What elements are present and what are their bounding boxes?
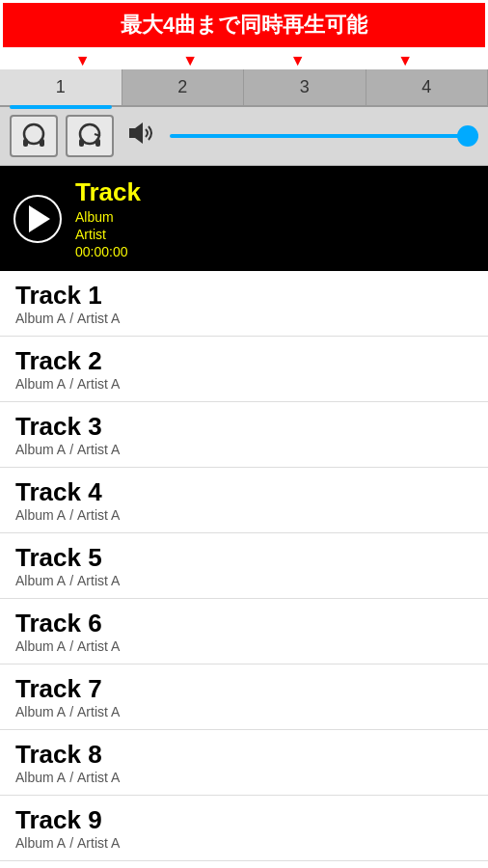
track-artist: Artist A [77,573,120,588]
svg-rect-5 [95,139,100,147]
track-sep: / [69,573,73,588]
track-meta: Album A / Artist A [15,770,473,785]
track-item-2[interactable]: Track 2 Album A / Artist A [0,337,488,402]
track-artist: Artist A [77,770,120,785]
banner-arrows: ▼ ▼ ▼ ▼ [0,52,488,69]
track-meta: Album A / Artist A [15,442,473,457]
track-artist: Artist A [77,442,120,457]
track-sep: / [69,638,73,654]
tab-3[interactable]: 3 [244,69,366,105]
track-name: Track 7 [15,674,473,704]
track-artist: Artist A [77,507,120,523]
headphone-right-icon [75,122,104,149]
track-sep: / [69,770,73,785]
track-meta: Album A / Artist A [15,507,473,523]
track-sep: / [69,442,73,457]
now-playing-info: Track Album Artist 00:00:00 [75,177,141,259]
track-name: Track 8 [15,740,473,770]
track-name: Track 9 [15,805,473,835]
volume-svg [125,120,156,147]
track-name: Track 5 [15,543,473,573]
track-meta: Album A / Artist A [15,376,473,392]
now-playing-album: Album [75,209,141,225]
arrow-3: ▼ [290,52,306,69]
headphone-left-btn[interactable] [10,115,58,157]
arrow-1: ▼ [75,52,91,69]
headphone-right-btn[interactable] [66,115,114,157]
now-playing-artist: Artist [75,227,141,242]
track-item-1[interactable]: Track 1 Album A / Artist A [0,271,488,337]
track-name: Track 4 [15,477,473,507]
track-item-3[interactable]: Track 3 Album A / Artist A [0,402,488,468]
arrow-4: ▼ [397,52,413,69]
now-playing-time: 00:00:00 [75,244,141,259]
play-button[interactable] [14,195,62,243]
track-artist: Artist A [77,835,120,851]
track-album: Album A [15,507,66,523]
svg-rect-2 [40,139,44,147]
track-album: Album A [15,573,66,588]
controls-row [0,107,488,166]
track-sep: / [69,311,73,326]
track-album: Album A [15,311,66,326]
track-name: Track 2 [15,346,473,376]
track-list: Track 1 Album A / Artist A Track 2 Album… [0,271,488,868]
now-playing: Track Album Artist 00:00:00 [0,166,488,271]
banner-text: 最大4曲まで同時再生可能 [121,13,367,37]
track-name: Track 1 [15,281,473,311]
track-sep: / [69,376,73,392]
track-artist: Artist A [77,311,120,326]
track-sep: / [69,835,73,851]
headphone-left-icon [19,122,48,149]
track-album: Album A [15,835,66,851]
svg-rect-1 [23,139,28,147]
track-meta: Album A / Artist A [15,573,473,588]
track-artist: Artist A [77,638,120,654]
tab-row: 1 2 3 4 [0,69,488,107]
track-item-9[interactable]: Track 9 Album A / Artist A [0,796,488,861]
track-item-6[interactable]: Track 6 Album A / Artist A [0,599,488,665]
banner: 最大4曲まで同時再生可能 [0,0,488,50]
tab-1[interactable]: 1 [0,69,122,105]
track-sep: / [69,507,73,523]
now-playing-title: Track [75,177,141,207]
track-album: Album A [15,442,66,457]
play-icon [29,205,50,232]
volume-track [170,134,478,138]
track-sep: / [69,704,73,719]
track-meta: Album A / Artist A [15,638,473,654]
track-album: Album A [15,376,66,392]
volume-slider[interactable] [170,132,478,140]
track-item-4[interactable]: Track 4 Album A / Artist A [0,468,488,533]
track-item-5[interactable]: Track 5 Album A / Artist A [0,533,488,599]
track-meta: Album A / Artist A [15,311,473,326]
track-name: Track 6 [15,609,473,638]
tab-2[interactable]: 2 [122,69,245,105]
track-meta: Album A / Artist A [15,704,473,719]
track-meta: Album A / Artist A [15,835,473,851]
track-item-7[interactable]: Track 7 Album A / Artist A [0,665,488,730]
track-artist: Artist A [77,376,120,392]
tab-4[interactable]: 4 [366,69,489,105]
arrow-2: ▼ [182,52,198,69]
track-artist: Artist A [77,704,120,719]
svg-rect-4 [79,139,84,147]
track-item-8[interactable]: Track 8 Album A / Artist A [0,730,488,796]
track-album: Album A [15,770,66,785]
track-album: Album A [15,638,66,654]
svg-marker-7 [129,122,143,144]
volume-icon [125,120,156,152]
volume-thumb[interactable] [457,125,478,147]
track-name: Track 3 [15,412,473,442]
track-album: Album A [15,704,66,719]
